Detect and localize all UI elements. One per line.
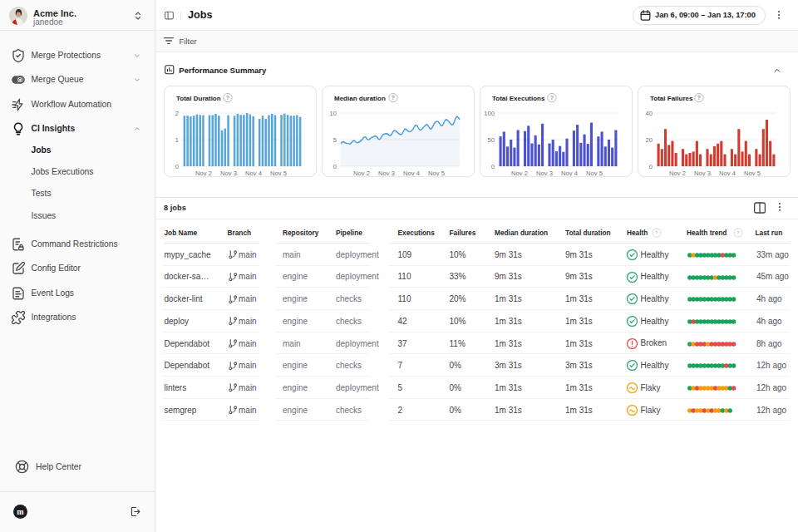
svg-text:Nov 5: Nov 5 xyxy=(428,170,445,177)
svg-text:Nov 3: Nov 3 xyxy=(536,170,553,177)
svg-text:Nov 2: Nov 2 xyxy=(195,170,212,177)
svg-text:?: ? xyxy=(736,231,739,234)
svg-text:?: ? xyxy=(226,95,229,101)
svg-text:Total Duration: Total Duration xyxy=(176,95,221,102)
svg-text:Nov 5: Nov 5 xyxy=(270,170,287,177)
svg-text:Nov 2: Nov 2 xyxy=(353,170,370,177)
svg-text:?: ? xyxy=(392,95,395,101)
svg-text:20: 20 xyxy=(646,136,653,144)
svg-text:Nov 4: Nov 4 xyxy=(403,170,420,177)
svg-text:Nov 4: Nov 4 xyxy=(719,170,736,177)
svg-text:Nov 5: Nov 5 xyxy=(744,170,761,177)
svg-text:Nov 3: Nov 3 xyxy=(220,170,237,177)
svg-text:?: ? xyxy=(697,95,701,101)
svg-text:10: 10 xyxy=(330,110,337,117)
svg-text:Nov 2: Nov 2 xyxy=(511,170,528,177)
svg-text:Nov 4: Nov 4 xyxy=(245,170,262,177)
svg-text:5: 5 xyxy=(333,136,337,144)
svg-text:2: 2 xyxy=(175,110,179,117)
svg-text:Total Failures: Total Failures xyxy=(650,95,693,102)
svg-text:Total Executions: Total Executions xyxy=(492,95,545,102)
svg-text:Median duration: Median duration xyxy=(334,95,386,102)
svg-text:?: ? xyxy=(550,95,554,101)
svg-text:0: 0 xyxy=(333,163,337,170)
svg-text:Nov 3: Nov 3 xyxy=(378,170,395,177)
svg-text:0: 0 xyxy=(491,163,495,170)
svg-text:Nov 2: Nov 2 xyxy=(669,170,686,177)
svg-text:100: 100 xyxy=(484,110,495,117)
svg-text:Nov 3: Nov 3 xyxy=(694,170,711,177)
svg-text:1: 1 xyxy=(175,136,179,144)
svg-text:0: 0 xyxy=(175,163,179,170)
svg-text:?: ? xyxy=(655,231,658,234)
svg-text:0: 0 xyxy=(649,163,653,170)
svg-text:Nov 4: Nov 4 xyxy=(561,170,578,177)
svg-text:Nov 5: Nov 5 xyxy=(586,170,603,177)
svg-text:50: 50 xyxy=(488,136,495,144)
svg-text:40: 40 xyxy=(646,110,653,117)
